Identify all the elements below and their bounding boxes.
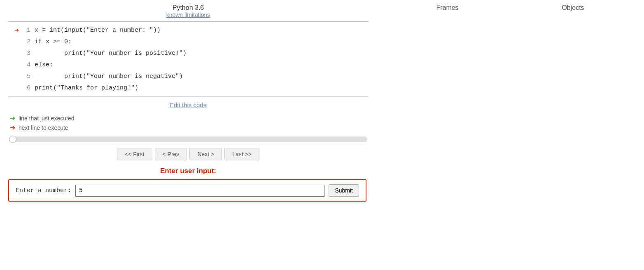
code-title: Python 3.6 [8, 4, 368, 12]
legend-red-arrow-icon: ➔ [10, 124, 15, 131]
code-line-4: 4 else: [8, 59, 368, 70]
legend: ➔ line that just executed ➔ next line to… [8, 114, 368, 131]
legend-red-item: ➔ next line to execute [10, 124, 368, 131]
user-input-field[interactable] [75, 185, 324, 197]
prev-button[interactable]: < Prev [155, 148, 187, 160]
code-line-5: 5 print("Your number is negative") [8, 70, 368, 82]
line-number-2: 2 [21, 38, 30, 45]
nav-buttons: << First < Prev Next > Last >> [8, 148, 368, 160]
slider-container[interactable] [8, 136, 368, 142]
submit-button[interactable]: Submit [329, 184, 359, 197]
first-button[interactable]: << First [117, 148, 152, 160]
frames-header: Frames [385, 4, 510, 12]
line-number-1: 1 [21, 27, 30, 34]
last-button[interactable]: Last >> [224, 148, 259, 160]
slider-thumb[interactable] [9, 136, 16, 143]
red-arrow-icon: ➔ [14, 26, 19, 35]
code-container: ➔ 1 x = int(input("Enter a number: ")) 2… [8, 21, 368, 96]
line-code-1: x = int(input("Enter a number: ")) [35, 27, 161, 34]
line-number-5: 5 [21, 73, 30, 80]
edit-link-container: Edit this code [8, 101, 368, 108]
line-number-4: 4 [21, 61, 30, 68]
line-code-2: if x >= 0: [35, 38, 72, 45]
right-panel: Frames Objects [376, 0, 644, 270]
frames-section: Frames [385, 4, 510, 266]
line-code-5: print("Your number is negative") [35, 73, 183, 80]
line-code-4: else: [35, 61, 53, 68]
input-section-label: Enter user input: [8, 167, 368, 175]
next-button[interactable]: Next > [189, 148, 222, 160]
line-code-3: print("Your number is positive!") [35, 50, 187, 57]
legend-green-arrow-icon: ➔ [10, 114, 15, 122]
code-line-3: 3 print("Your number is positive!") [8, 47, 368, 59]
input-prompt-label: Enter a number: [16, 187, 71, 194]
code-line-1: ➔ 1 x = int(input("Enter a number: ")) [8, 24, 368, 36]
code-line-6: 6 print("Thanks for playing!") [8, 82, 368, 94]
legend-green-label: line that just executed [19, 115, 74, 122]
slider-track[interactable] [9, 136, 367, 142]
code-header: Python 3.6 known limitations [8, 4, 368, 18]
line-arrow-1: ➔ [8, 26, 21, 35]
legend-red-label: next line to execute [19, 124, 68, 131]
line-code-6: print("Thanks for playing!") [35, 85, 138, 92]
known-limitations-link[interactable]: known limitations [166, 12, 210, 18]
input-box: Enter a number: Submit [8, 179, 366, 202]
legend-green-item: ➔ line that just executed [10, 114, 368, 122]
code-line-2: 2 if x >= 0: [8, 36, 368, 47]
line-number-6: 6 [21, 85, 30, 92]
objects-section: Objects [510, 4, 636, 266]
objects-header: Objects [510, 4, 636, 12]
line-number-3: 3 [21, 50, 30, 57]
edit-this-code-link[interactable]: Edit this code [170, 101, 207, 108]
